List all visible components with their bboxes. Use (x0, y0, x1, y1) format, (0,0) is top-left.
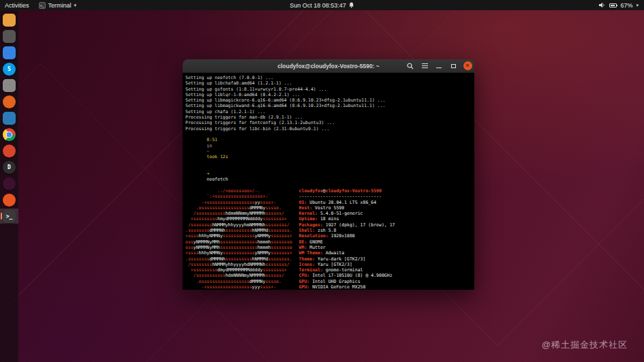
dock-icon-terminal[interactable]: >_ (0, 209, 18, 224)
dock-icon-skype[interactable]: S (0, 61, 18, 76)
firefox-app-icon (3, 95, 16, 108)
app-dark-purple-app-icon (3, 177, 16, 190)
top-bar: Activities >_ Terminal ▾ Sun Oct 18 08:5… (0, 0, 644, 10)
close-button[interactable]: × (463, 61, 472, 71)
dock-icon-ubuntu-software[interactable] (0, 192, 18, 207)
neofetch-output: .-/+oossssoo+/-. `:+ssssssssssssssssss+:… (185, 188, 473, 290)
apt-output: Setting up neofetch (7.0.0-1) ... Settin… (185, 75, 473, 132)
command-line: ➜ neofetch (185, 166, 473, 188)
watermark-text: @稀土掘金技术社区 (542, 339, 628, 351)
app-d-app-icon: D (3, 161, 16, 174)
close-icon: × (463, 61, 472, 70)
dock: SD>_ (0, 10, 18, 362)
prompt-path: ~ (206, 149, 209, 154)
prompt-sep: in (206, 143, 212, 149)
dock-icon-app-orange[interactable] (0, 143, 18, 158)
dock-icon-chrome[interactable] (0, 127, 18, 142)
window-title: cloudyfox@cloudyfox-Vostro-5590: ~ (277, 63, 380, 70)
prompt-time: 8:51 (206, 137, 217, 142)
dock-icon-vscode[interactable] (0, 110, 18, 125)
dock-icon-app-dark-purple[interactable] (0, 176, 18, 191)
minimize-button[interactable] (434, 61, 444, 71)
dock-icon-app-blue[interactable] (0, 45, 18, 60)
app-blue-app-icon (3, 46, 16, 59)
prompt-took: took 12s (206, 154, 228, 160)
volume-icon (599, 2, 606, 8)
terminal-window: cloudyfox@cloudyfox-Vostro-5590: ~ (183, 59, 474, 290)
maximize-button[interactable] (448, 61, 458, 71)
activities-button[interactable]: Activities (0, 0, 34, 10)
maximize-icon (451, 64, 456, 68)
neofetch-info: cloudyfox@cloudyfox-Vostro-5590 --------… (299, 188, 395, 290)
vscode-app-icon (3, 112, 16, 125)
desktop: @稀土掘金技术社区 Activities >_ Terminal ▾ Sun O… (0, 0, 644, 362)
clock-button[interactable]: Sun Oct 18 08:53:47 (290, 0, 354, 10)
command-text: neofetch (206, 177, 228, 182)
prompt-line-1: 8:51 in ~ took 12s (185, 132, 473, 166)
terminal-app-icon: >_ (3, 210, 16, 223)
hamburger-icon (422, 63, 428, 68)
dock-icon-image-viewer[interactable] (0, 78, 18, 93)
image-viewer-app-icon (3, 79, 16, 92)
app-menu-label: Terminal (48, 2, 72, 9)
skype-app-icon: S (3, 63, 16, 76)
dock-icon-files[interactable] (0, 12, 18, 27)
minimize-icon (436, 67, 442, 68)
chrome-app-icon (3, 128, 16, 141)
window-controls: × (405, 59, 472, 72)
neofetch-ascii-art: .-/+oossssoo+/-. `:+ssssssssssssssssss+:… (185, 188, 292, 290)
battery-icon (609, 3, 617, 7)
battery-percent: 67% (620, 2, 632, 9)
bell-icon (349, 2, 354, 8)
app-menu-button[interactable]: >_ Terminal ▾ (34, 0, 82, 10)
chevron-down-icon: ▾ (636, 3, 639, 7)
dock-icon-app-gray[interactable] (0, 29, 18, 44)
chevron-down-icon: ▾ (74, 3, 77, 7)
ubuntu-software-app-icon (3, 194, 16, 207)
terminal-content[interactable]: Setting up neofetch (7.0.0-1) ... Settin… (183, 73, 474, 290)
dock-icon-firefox[interactable] (0, 94, 18, 109)
system-tray[interactable]: 67% ▾ (594, 0, 644, 10)
files-app-icon (3, 14, 16, 27)
prompt-arrow: ➜ (206, 171, 209, 177)
search-icon (407, 63, 414, 70)
menu-button[interactable] (420, 61, 429, 71)
app-gray-app-icon (3, 30, 16, 43)
dock-icon-app-d[interactable]: D (0, 160, 18, 175)
app-orange-app-icon (3, 145, 16, 157)
dock-items: SD>_ (0, 12, 18, 225)
titlebar[interactable]: cloudyfox@cloudyfox-Vostro-5590: ~ (183, 59, 474, 73)
terminal-app-icon: >_ (39, 2, 46, 9)
search-button[interactable] (405, 61, 415, 71)
clock-label: Sun Oct 18 08:53:47 (290, 2, 346, 9)
